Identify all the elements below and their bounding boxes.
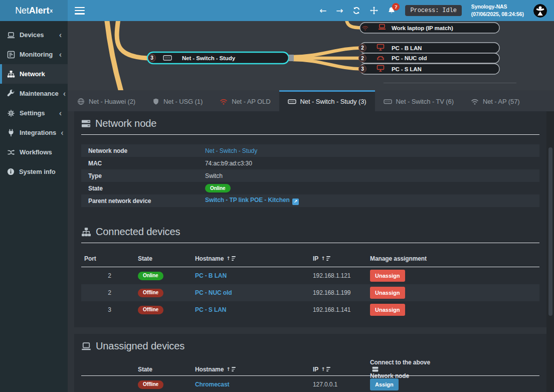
- parent-device-link[interactable]: Switch - TP link POE - Kitchen: [205, 197, 290, 204]
- sidebar-item-settings[interactable]: Settings ‹: [0, 103, 68, 123]
- wrench-icon: [7, 90, 15, 98]
- gear-icon: [7, 109, 15, 117]
- col-state: State: [138, 366, 195, 373]
- hostname-link[interactable]: PC - B LAN: [195, 272, 227, 279]
- logo-text: Net: [15, 6, 29, 16]
- detail-label: Network node: [88, 147, 205, 154]
- host-time: (07/06/2025, 08:24:56): [471, 11, 524, 17]
- sidebar-item-workflows[interactable]: Workflows: [0, 142, 68, 162]
- sort-icon[interactable]: ↑: [226, 367, 236, 372]
- port-badge: 2: [361, 56, 364, 61]
- laptop-icon: [7, 31, 15, 39]
- topology-node-pc-s-lan[interactable]: 3 PC - S LAN: [359, 64, 500, 74]
- detail-label: State: [88, 185, 205, 192]
- col-ip[interactable]: IP ↑: [313, 366, 370, 373]
- col-hostname[interactable]: Hostname ↑: [195, 255, 313, 262]
- info-icon: [7, 168, 15, 175]
- shuffle-icon: [7, 148, 15, 156]
- sort-icon[interactable]: ↑: [321, 367, 330, 372]
- section-title-text: Network node: [95, 118, 156, 129]
- chevron-left-icon: ‹: [59, 30, 62, 40]
- table-row: 2 Offline PC - NUC old 192.168.1.199 Una…: [81, 284, 539, 301]
- hostname-link[interactable]: PC - S LAN: [195, 306, 226, 313]
- tab-net-usg[interactable]: Net - USG (1): [144, 90, 211, 111]
- col-hostname[interactable]: Hostname ↑: [195, 366, 313, 373]
- section-title-text: Unassigned devices: [96, 340, 184, 352]
- hostname-link[interactable]: PC - NUC old: [195, 289, 232, 296]
- unassign-button[interactable]: Unassign: [370, 287, 405, 299]
- laptop-icon: [81, 341, 91, 351]
- tab-net-ap[interactable]: Net - AP (57): [462, 90, 528, 111]
- hostname-link[interactable]: Chromecast: [195, 381, 229, 388]
- detail-row: Parent network device Switch - TP link P…: [81, 194, 539, 207]
- table-row: Offline Chromecast 127.0.0.1 Assign: [81, 376, 539, 392]
- process-status-badge: Process: Idle: [405, 5, 461, 16]
- node-label: PC - S LAN: [392, 66, 422, 72]
- user-avatar[interactable]: [533, 4, 547, 18]
- ip-cell: 192.168.1.141: [313, 306, 370, 313]
- notifications-bell-icon[interactable]: 7: [388, 7, 396, 15]
- unassign-button[interactable]: Unassign: [370, 304, 405, 316]
- col-ip[interactable]: IP ↑: [313, 255, 370, 262]
- unassigned-devices-table: State Hostname ↑ IP ↑ Connect to the abo…: [81, 359, 539, 392]
- topology-edge: [293, 48, 361, 57]
- refresh-icon[interactable]: [352, 7, 360, 15]
- sidebar-item-maintenance[interactable]: Maintenance ‹: [0, 84, 68, 103]
- network-topology-canvas[interactable]: 3 Net - Switch - Study: [68, 21, 554, 90]
- col-port: Port: [81, 255, 138, 262]
- top-bar: NetAlertx ← → 7 Process: Idle Synol: [0, 0, 554, 21]
- move-arrows-icon[interactable]: [370, 7, 378, 15]
- chevron-left-icon: ‹: [59, 49, 62, 60]
- type-value: Switch: [205, 172, 539, 179]
- topology-node-selected[interactable]: 3 Net - Switch - Study: [147, 52, 294, 64]
- switch-icon: [288, 98, 296, 105]
- col-state: State: [138, 255, 195, 262]
- section-divider: [81, 134, 539, 135]
- port-badge: 3: [150, 55, 153, 61]
- topology-node-pc-b-lan[interactable]: 2 PC - B LAN: [359, 43, 500, 53]
- tab-net-switch-tv[interactable]: Net - Switch - TV (6): [375, 90, 462, 111]
- network-node-link[interactable]: Net - Switch - Study: [205, 147, 257, 154]
- scrollbar-thumb[interactable]: [548, 147, 552, 316]
- shield-icon: [152, 98, 159, 105]
- node-label: PC - B LAN: [392, 45, 422, 51]
- topology-node-pc-nuc-old[interactable]: 2 PC - NUC old: [359, 53, 500, 63]
- menu-toggle-icon[interactable]: [75, 7, 85, 15]
- back-icon[interactable]: ←: [319, 7, 326, 15]
- state-badge: Online: [138, 272, 163, 280]
- sidebar-item-system-info[interactable]: System info: [0, 162, 68, 181]
- ip-cell: 192.168.1.121: [313, 272, 370, 279]
- sidebar-item-integrations[interactable]: Integrations ‹: [0, 123, 68, 142]
- scrollbar-track[interactable]: [546, 111, 554, 392]
- unassigned-devices-panel: Unassigned devices State Hostname ↑ IP ↑: [74, 334, 546, 392]
- section-divider: [81, 243, 539, 243]
- sidebar-item-devices[interactable]: Devices ‹: [0, 25, 68, 45]
- notification-count-badge[interactable]: 7: [392, 3, 400, 11]
- sidebar-item-monitoring[interactable]: Monitoring ‹: [0, 45, 68, 64]
- topology-node-work-laptop[interactable]: Work laptop (IP match): [360, 23, 499, 33]
- mac-value: 74:ac:b9:ad:c3:30: [205, 160, 539, 167]
- node-connector-handle[interactable]: [289, 55, 294, 61]
- detail-row: MAC 74:ac:b9:ad:c3:30: [81, 157, 539, 169]
- sitemap-icon: [81, 227, 91, 237]
- tab-net-switch-study[interactable]: Net - Switch - Study (3): [279, 90, 375, 111]
- chevron-left-icon: ‹: [61, 127, 63, 138]
- unassign-button[interactable]: Unassign: [370, 270, 405, 282]
- forward-icon[interactable]: →: [336, 7, 343, 15]
- switch-icon: [384, 98, 392, 105]
- network-node-section-title: Network node: [81, 118, 539, 129]
- connected-devices-table: Port State Hostname ↑ IP ↑ Manage assign…: [81, 250, 539, 318]
- sidebar: Devices ‹ Monitoring ‹ Network Maintenan…: [0, 21, 68, 392]
- app-logo[interactable]: NetAlertx: [0, 0, 68, 21]
- tab-net-huawei[interactable]: Net - Huawei (2): [69, 90, 144, 111]
- sort-icon[interactable]: ↑: [321, 256, 330, 261]
- assign-button[interactable]: Assign: [370, 378, 399, 390]
- external-link-icon[interactable]: ↗: [292, 199, 299, 205]
- node-tabs: Net - Huawei (2) Net - USG (1) Net - AP …: [68, 90, 554, 111]
- sort-icon[interactable]: ↑: [226, 256, 236, 261]
- monitoring-icon: [7, 51, 15, 59]
- sidebar-item-network[interactable]: Network: [0, 64, 68, 84]
- sitemap-icon: [7, 70, 15, 78]
- topology-edge: [117, 21, 147, 58]
- tab-net-ap-old[interactable]: Net - AP OLD: [211, 90, 279, 111]
